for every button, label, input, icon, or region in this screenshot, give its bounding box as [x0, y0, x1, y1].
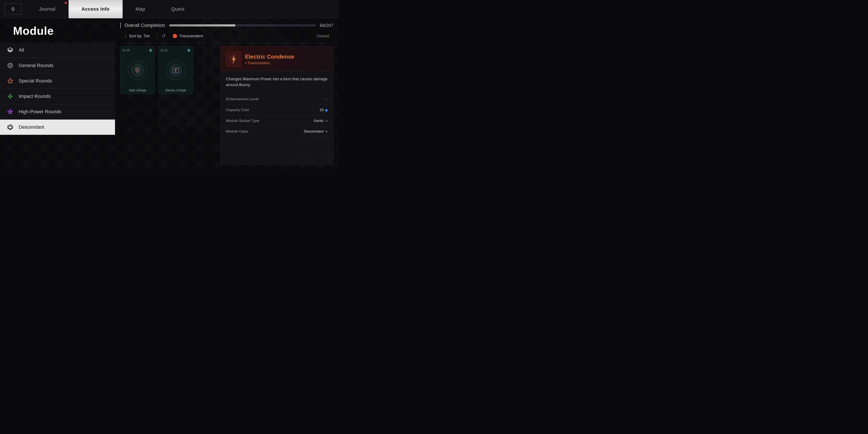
impact-rounds-icon [6, 93, 14, 100]
sidebar-item-all[interactable]: All [0, 42, 115, 58]
stat-row-enhancement: Enhancement Level — [226, 94, 328, 104]
class-name: Descendant [304, 129, 323, 134]
enhancement-level-value: — [324, 97, 328, 101]
general-rounds-icon [6, 62, 14, 69]
owned-filter-button[interactable]: Owned [312, 32, 333, 40]
sidebar-menu: All General Rounds [0, 42, 115, 135]
module-class-value: Descendant ▼ [304, 129, 328, 134]
capacity-drop-icon: ◆ [325, 107, 328, 113]
card-header-electric-charge: |||||| 13 [159, 46, 193, 54]
card-art-electric-charge [159, 54, 193, 87]
svg-point-18 [132, 65, 143, 76]
q-label: Q [11, 7, 14, 11]
module-image-high-voltage [128, 61, 147, 80]
module-image-electric-charge [166, 61, 186, 80]
level-bars-icon: ||||||| [122, 49, 125, 52]
sidebar-high-power-rounds-label: High-Power Rounds [19, 109, 61, 115]
detail-title: Electric Condense [245, 53, 328, 60]
sidebar-item-special-rounds[interactable]: Special Rounds [0, 73, 115, 89]
page-title: Module [0, 18, 115, 42]
tab-journal[interactable]: Journal [26, 0, 69, 18]
card-name-high-voltage: High-Voltage [127, 87, 148, 94]
completion-section: Overall Completion 94/207 [120, 23, 333, 28]
sort-text: Sort by: Tier [129, 34, 150, 38]
level-number-2: 13 [164, 49, 167, 52]
content-inner: Overall Completion 94/207 ↕ Sort by: Tie… [115, 18, 339, 169]
stat-row-capacity: Capacity Cost 16 ◆ [226, 104, 328, 116]
main-content: Module All [0, 18, 339, 169]
tab-access-info[interactable]: Access Info [69, 0, 123, 18]
card-level-electric-charge: |||||| 13 [160, 49, 167, 52]
socket-type-label: Module Socket Type [226, 119, 259, 123]
navigation-bar: Q Journal Access Info Map Quest [0, 0, 339, 18]
svg-marker-10 [9, 110, 11, 113]
tier-icon-high-voltage [148, 48, 153, 53]
detail-body: Changes Maximum Power into a form that c… [221, 71, 333, 165]
card-art-high-voltage [120, 54, 155, 87]
nav-tabs: Journal Access Info Map Quest [26, 0, 339, 18]
svg-marker-12 [9, 126, 12, 129]
highpower-rounds-icon [6, 108, 14, 116]
q-button[interactable]: Q [4, 3, 22, 14]
sidebar-special-rounds-label: Special Rounds [19, 78, 52, 84]
special-rounds-icon [6, 77, 14, 85]
detail-header: Electric Condense Transcendent [221, 46, 333, 71]
class-arrow-icon: ▼ [325, 130, 328, 133]
access-info-tab-label: Access Info [82, 6, 110, 12]
transcendent-filter-button[interactable]: Transcendent [168, 32, 207, 40]
sidebar: Module All [0, 18, 115, 169]
detail-panel: Electric Condense Transcendent Changes M… [220, 46, 333, 165]
sidebar-item-general-rounds[interactable]: General Rounds [0, 58, 115, 73]
journal-notification-dot [65, 2, 67, 4]
descendant-icon [6, 123, 14, 131]
reset-icon: ↺ [162, 33, 165, 39]
svg-marker-8 [8, 94, 12, 99]
xantic-icon: ✕ [325, 119, 328, 123]
sidebar-item-high-power-rounds[interactable]: High-Power Rounds [0, 104, 115, 120]
sort-icon: ↕ [125, 34, 127, 39]
transcendent-filter-label: Transcendent [179, 34, 203, 38]
card-header-high-voltage: ||||||| 15 [120, 46, 155, 54]
detail-module-icon [226, 52, 241, 67]
detail-subtitle: Transcendent [245, 61, 328, 65]
level-bars-icon-2: |||||| [160, 49, 163, 52]
detail-stats: Enhancement Level — Capacity Cost 16 ◆ [226, 94, 328, 137]
quest-tab-label: Quest [171, 6, 184, 12]
reset-button[interactable]: ↺ [159, 31, 168, 41]
sidebar-impact-rounds-label: Impact Rounds [19, 94, 51, 99]
card-level-high-voltage: ||||||| 15 [122, 49, 129, 52]
stat-row-class: Module Class Descendant ▼ [226, 126, 328, 137]
stat-row-socket: Module Socket Type Xantic ✕ [226, 116, 328, 126]
capacity-number: 16 [319, 108, 323, 112]
cards-and-detail: ||||||| 15 [120, 46, 333, 165]
svg-marker-7 [8, 78, 12, 83]
svg-point-2 [9, 64, 11, 66]
tab-map[interactable]: Map [123, 0, 158, 18]
module-card-high-voltage[interactable]: ||||||| 15 [120, 46, 155, 94]
capacity-cost-label: Capacity Cost [226, 108, 249, 112]
module-class-label: Module Class [226, 129, 248, 134]
svg-point-1 [8, 63, 12, 68]
transcendent-indicator [173, 34, 177, 38]
sidebar-item-impact-rounds[interactable]: Impact Rounds [0, 89, 115, 104]
completion-bar [169, 24, 316, 27]
tab-quest[interactable]: Quest [158, 0, 197, 18]
completion-label: Overall Completion [124, 23, 165, 28]
svg-point-22 [138, 69, 140, 71]
filter-bar: ↕ Sort by: Tier ↺ Transcendent Owned [120, 31, 333, 43]
owned-filter-label: Owned [317, 34, 329, 38]
detail-title-area: Electric Condense Transcendent [245, 53, 328, 65]
layers-icon [6, 46, 14, 54]
svg-marker-17 [149, 48, 153, 52]
svg-rect-27 [175, 67, 177, 68]
sort-button[interactable]: ↕ Sort by: Tier [120, 31, 154, 41]
right-content: Overall Completion 94/207 ↕ Sort by: Tie… [115, 18, 339, 169]
map-tab-label: Map [135, 6, 145, 12]
sidebar-all-label: All [19, 47, 24, 53]
tier-icon-electric-charge [186, 48, 191, 53]
socket-type-value: Xantic ✕ [314, 119, 328, 123]
enhancement-level-label: Enhancement Level [226, 97, 258, 101]
detail-description: Changes Maximum Power into a form that c… [226, 76, 328, 88]
module-card-electric-charge[interactable]: |||||| 13 [158, 46, 193, 94]
sidebar-item-descendant[interactable]: Descendant [0, 120, 115, 135]
